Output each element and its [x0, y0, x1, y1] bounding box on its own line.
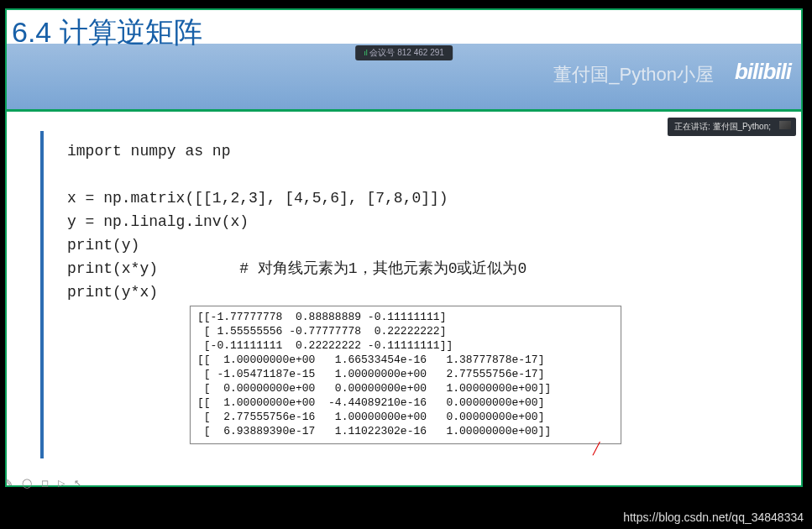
code-line: print(x*y) # 对角线元素为1，其他元素为0或近似为0: [67, 260, 526, 277]
bilibili-logo: bilibili: [735, 59, 791, 85]
slide-content: import numpy as np x = np.matrix([[1,2,3…: [29, 123, 793, 477]
meeting-prefix: 会议号: [369, 48, 395, 57]
slide-title: 6.4 计算逆矩阵: [12, 13, 202, 52]
code-line: print(y*x): [67, 284, 158, 301]
code-line: y = np.linalg.inv(x): [67, 213, 249, 230]
author-watermark: 董付国_Python小屋: [553, 62, 714, 87]
signal-icon: ıl: [364, 49, 368, 57]
code-block: import numpy as np x = np.matrix([[1,2,3…: [67, 139, 526, 304]
cursor-mark: ╱: [593, 442, 600, 455]
slide-frame: 6.4 计算逆矩阵 董付国_Python小屋 bilibili ıl 会议号 8…: [5, 8, 803, 487]
meeting-id-badge: ıl 会议号 812 462 291: [355, 45, 453, 60]
code-line: x = np.matrix([[1,2,3], [4,5,6], [7,8,0]…: [67, 190, 448, 207]
drawing-toolbar[interactable]: ✎ ◯ ◻ ▷ ↖: [5, 478, 97, 489]
code-line: print(y): [67, 237, 139, 254]
accent-bar: [40, 131, 44, 458]
source-url: https://blog.csdn.net/qq_34848334: [623, 511, 804, 524]
output-box: [[-1.77777778 0.88888889 -0.11111111] [ …: [190, 306, 621, 444]
code-line: import numpy as np: [67, 143, 230, 160]
meeting-id: 812 462 291: [397, 48, 444, 57]
